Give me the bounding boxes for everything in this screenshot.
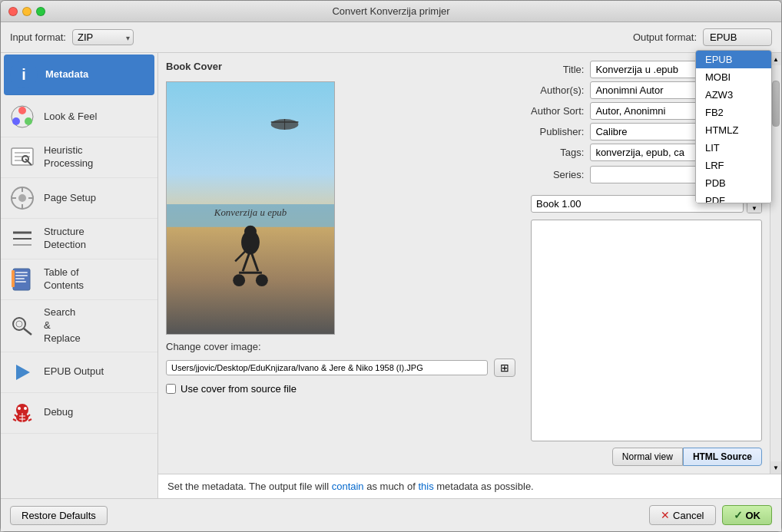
dropdown-item-epub[interactable]: EPUB — [696, 51, 771, 68]
cancel-label: Cancel — [673, 510, 704, 521]
dropdown-item-lit[interactable]: LIT — [696, 139, 771, 157]
action-buttons: ✕ Cancel ✓ OK — [649, 505, 772, 525]
input-format-select[interactable]: ZIP — [72, 29, 134, 45]
structure-icon — [8, 225, 36, 253]
dropdown-item-fb2[interactable]: FB2 — [696, 104, 771, 121]
publisher-label: Publisher: — [531, 126, 584, 137]
title-label: Title: — [531, 64, 584, 75]
svg-text:Konverzija u epub: Konverzija u epub — [214, 207, 287, 218]
sidebar-item-debug[interactable]: Debug — [1, 393, 157, 434]
sidebar-label-metadata: Metadata — [45, 68, 88, 81]
svg-rect-20 — [15, 275, 28, 276]
sidebar-item-look-feel[interactable]: Look & Feel — [1, 97, 157, 137]
scrollbar-up[interactable]: ▲ — [770, 53, 781, 65]
sidebar-label-search-replace: Search & Replace — [44, 306, 81, 345]
tags-label: Tags: — [531, 147, 584, 158]
browse-button[interactable]: ⊞ — [494, 359, 515, 377]
book-number-stepper-down[interactable]: ▼ — [747, 203, 761, 213]
svg-point-10 — [18, 194, 26, 202]
sidebar-item-structure[interactable]: Structure Detection — [1, 219, 157, 259]
svg-point-24 — [13, 318, 25, 330]
sidebar: i Metadata Look & Feel — [1, 53, 158, 498]
svg-point-1 — [18, 107, 26, 114]
content-area: i Metadata Look & Feel — [1, 53, 781, 498]
ok-icon: ✓ — [734, 509, 743, 521]
page-setup-icon — [8, 184, 36, 212]
close-button[interactable] — [8, 7, 18, 16]
status-highlight-this: this — [418, 481, 433, 492]
search-replace-icon — [8, 312, 36, 339]
dropdown-item-azw3[interactable]: AZW3 — [696, 86, 771, 104]
cancel-button[interactable]: ✕ Cancel — [649, 505, 715, 525]
use-source-checkbox-row: Use cover from source file — [166, 383, 515, 395]
heuristic-icon — [8, 144, 36, 171]
svg-marker-27 — [16, 365, 30, 380]
svg-line-35 — [28, 419, 31, 421]
svg-point-29 — [18, 407, 21, 410]
scrollbar-thumb[interactable] — [772, 81, 780, 127]
sidebar-label-page-setup: Page Setup — [44, 192, 96, 205]
debug-icon — [8, 399, 36, 427]
traffic-lights — [8, 7, 45, 16]
main-panel: Book Cover — [158, 53, 781, 498]
sidebar-item-heuristic[interactable]: Heuristic Processing — [1, 137, 157, 178]
sidebar-label-heuristic: Heuristic Processing — [44, 144, 93, 170]
main-content: Input format: ZIP Output format: EPUB EP… — [1, 22, 781, 531]
author-sort-label: Author Sort: — [531, 105, 584, 117]
left-panel: Book Cover — [158, 53, 523, 474]
sidebar-item-search-replace[interactable]: Search & Replace — [1, 300, 157, 352]
book-cover-svg: Konverzija u epub — [167, 82, 334, 334]
svg-point-3 — [25, 117, 32, 125]
dropdown-item-pdb[interactable]: PDB — [696, 174, 771, 192]
minimize-button[interactable] — [22, 7, 31, 16]
normal-view-button[interactable]: Normal view — [612, 448, 683, 466]
use-source-checkbox[interactable] — [166, 384, 176, 394]
restore-defaults-button[interactable]: Restore Defaults — [10, 506, 108, 525]
main-window: Convert Konverzija primjer Input format:… — [0, 0, 782, 532]
svg-line-34 — [13, 419, 16, 421]
top-bar: Input format: ZIP Output format: EPUB EP… — [1, 22, 781, 53]
svg-point-46 — [244, 226, 257, 238]
input-format-wrapper[interactable]: ZIP — [72, 29, 134, 45]
sidebar-label-toc: Table of Contents — [44, 266, 84, 292]
status-text: Set the metadata. The output file will c… — [167, 481, 534, 492]
input-format-label: Input format: — [10, 31, 66, 43]
book-cover-image: Konverzija u epub — [166, 81, 335, 335]
output-format-label: Output format: — [633, 31, 697, 43]
sidebar-item-metadata[interactable]: i Metadata — [4, 55, 154, 95]
look-feel-icon — [8, 103, 36, 131]
html-source-button[interactable]: HTML Source — [683, 448, 762, 466]
description-textarea[interactable] — [531, 220, 762, 441]
cover-path-row: ⊞ — [166, 359, 515, 377]
cover-path-input[interactable] — [166, 360, 488, 375]
svg-line-33 — [27, 415, 30, 418]
scrollbar-down[interactable]: ▼ — [770, 461, 781, 474]
maximize-button[interactable] — [36, 7, 45, 16]
output-format-wrapper: EPUB EPUB MOBI AZW3 FB2 HTMLZ LIT LRF PD… — [703, 28, 772, 46]
change-cover-row: Change cover image: — [166, 341, 515, 352]
svg-rect-22 — [15, 281, 26, 283]
epub-output-icon — [8, 359, 36, 386]
sidebar-label-look-feel: Look & Feel — [44, 111, 97, 124]
svg-line-32 — [15, 415, 18, 418]
sidebar-item-toc[interactable]: Table of Contents — [1, 259, 157, 300]
dropdown-item-htmlz[interactable]: HTMLZ — [696, 121, 771, 139]
cancel-icon: ✕ — [661, 509, 670, 521]
dropdown-item-pdf[interactable]: PDF — [696, 192, 771, 203]
sidebar-item-epub-output[interactable]: EPUB Output — [1, 352, 157, 393]
ok-button[interactable]: ✓ OK — [722, 505, 773, 525]
svg-rect-21 — [15, 278, 25, 279]
output-format-value: EPUB — [710, 31, 737, 43]
svg-rect-19 — [15, 272, 28, 273]
sidebar-label-debug: Debug — [44, 406, 73, 419]
series-label: Series: — [531, 169, 584, 180]
svg-point-26 — [16, 321, 22, 327]
output-format-dropdown[interactable]: EPUB — [703, 28, 772, 46]
status-bar: Set the metadata. The output file will c… — [158, 474, 781, 498]
window-title: Convert Konverzija primjer — [332, 5, 449, 17]
dropdown-item-lrf[interactable]: LRF — [696, 157, 771, 174]
dropdown-item-mobi[interactable]: MOBI — [696, 68, 771, 86]
sidebar-item-page-setup[interactable]: Page Setup — [1, 178, 157, 219]
use-source-label: Use cover from source file — [181, 383, 297, 395]
panel-content: Book Cover — [158, 53, 781, 474]
